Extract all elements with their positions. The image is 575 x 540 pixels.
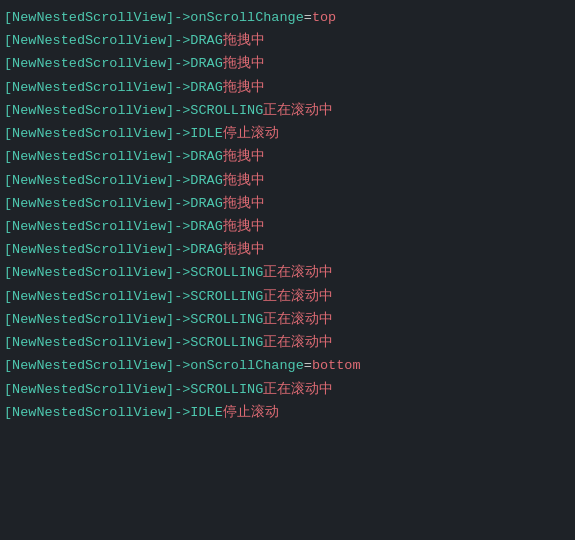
log-prefix: [NewNestedScrollView] — [4, 331, 174, 354]
log-prefix: [NewNestedScrollView] — [4, 215, 174, 238]
log-prefix: [NewNestedScrollView] — [4, 99, 174, 122]
log-arrow: -> — [174, 215, 190, 238]
log-chinese: 停止滚动 — [223, 401, 279, 424]
log-prefix: [NewNestedScrollView] — [4, 52, 174, 75]
log-prefix: [NewNestedScrollView] — [4, 76, 174, 99]
log-arrow: -> — [174, 261, 190, 284]
log-arrow: -> — [174, 145, 190, 168]
log-method: DRAG — [190, 52, 222, 75]
log-prefix: [NewNestedScrollView] — [4, 29, 174, 52]
log-line: [NewNestedScrollView]->DRAG 拖拽中 — [4, 215, 571, 238]
log-separator: = — [304, 354, 312, 377]
log-method: IDLE — [190, 122, 222, 145]
log-method: SCROLLING — [190, 331, 263, 354]
log-arrow: -> — [174, 122, 190, 145]
log-prefix: [NewNestedScrollView] — [4, 285, 174, 308]
log-chinese: 拖拽中 — [223, 215, 265, 238]
log-method: SCROLLING — [190, 261, 263, 284]
log-prefix: [NewNestedScrollView] — [4, 401, 174, 424]
log-arrow: -> — [174, 238, 190, 261]
log-container: [NewNestedScrollView]->onScrollChange = … — [0, 0, 575, 540]
log-line: [NewNestedScrollView]->DRAG 拖拽中 — [4, 169, 571, 192]
log-prefix: [NewNestedScrollView] — [4, 122, 174, 145]
log-line: [NewNestedScrollView]->IDLE 停止滚动 — [4, 401, 571, 424]
log-chinese: 正在滚动中 — [263, 331, 333, 354]
log-arrow: -> — [174, 29, 190, 52]
log-arrow: -> — [174, 285, 190, 308]
log-arrow: -> — [174, 378, 190, 401]
log-method: DRAG — [190, 169, 222, 192]
log-line: [NewNestedScrollView]->IDLE 停止滚动 — [4, 122, 571, 145]
log-method: DRAG — [190, 215, 222, 238]
log-line: [NewNestedScrollView]->SCROLLING 正在滚动中 — [4, 331, 571, 354]
log-chinese: 拖拽中 — [223, 52, 265, 75]
log-line: [NewNestedScrollView]->SCROLLING 正在滚动中 — [4, 99, 571, 122]
log-line: [NewNestedScrollView]->SCROLLING 正在滚动中 — [4, 285, 571, 308]
log-method: DRAG — [190, 238, 222, 261]
log-method: SCROLLING — [190, 99, 263, 122]
log-prefix: [NewNestedScrollView] — [4, 238, 174, 261]
log-value: bottom — [312, 354, 361, 377]
log-method: DRAG — [190, 145, 222, 168]
log-method: IDLE — [190, 401, 222, 424]
log-chinese: 正在滚动中 — [263, 378, 333, 401]
log-method: DRAG — [190, 29, 222, 52]
log-method: SCROLLING — [190, 378, 263, 401]
log-line: [NewNestedScrollView]->onScrollChange = … — [4, 354, 571, 377]
log-arrow: -> — [174, 6, 190, 29]
log-prefix: [NewNestedScrollView] — [4, 6, 174, 29]
log-chinese: 正在滚动中 — [263, 285, 333, 308]
log-method: onScrollChange — [190, 354, 303, 377]
log-arrow: -> — [174, 192, 190, 215]
log-chinese: 拖拽中 — [223, 192, 265, 215]
log-line: [NewNestedScrollView]->SCROLLING 正在滚动中 — [4, 308, 571, 331]
log-method: DRAG — [190, 76, 222, 99]
log-prefix: [NewNestedScrollView] — [4, 378, 174, 401]
log-line: [NewNestedScrollView]->DRAG 拖拽中 — [4, 145, 571, 168]
log-chinese: 拖拽中 — [223, 145, 265, 168]
log-chinese: 正在滚动中 — [263, 308, 333, 331]
log-line: [NewNestedScrollView]->SCROLLING 正在滚动中 — [4, 378, 571, 401]
log-chinese: 拖拽中 — [223, 29, 265, 52]
log-chinese: 正在滚动中 — [263, 261, 333, 284]
log-chinese: 停止滚动 — [223, 122, 279, 145]
log-method: onScrollChange — [190, 6, 303, 29]
log-arrow: -> — [174, 169, 190, 192]
log-arrow: -> — [174, 401, 190, 424]
log-arrow: -> — [174, 52, 190, 75]
log-prefix: [NewNestedScrollView] — [4, 261, 174, 284]
log-line: [NewNestedScrollView]->DRAG 拖拽中 — [4, 29, 571, 52]
log-prefix: [NewNestedScrollView] — [4, 192, 174, 215]
log-arrow: -> — [174, 99, 190, 122]
log-line: [NewNestedScrollView]->DRAG 拖拽中 — [4, 76, 571, 99]
log-chinese: 拖拽中 — [223, 238, 265, 261]
log-line: [NewNestedScrollView]->DRAG 拖拽中 — [4, 238, 571, 261]
log-method: SCROLLING — [190, 285, 263, 308]
log-line: [NewNestedScrollView]->onScrollChange = … — [4, 6, 571, 29]
log-arrow: -> — [174, 331, 190, 354]
log-arrow: -> — [174, 354, 190, 377]
log-prefix: [NewNestedScrollView] — [4, 308, 174, 331]
log-method: SCROLLING — [190, 308, 263, 331]
log-chinese: 拖拽中 — [223, 169, 265, 192]
log-prefix: [NewNestedScrollView] — [4, 354, 174, 377]
log-arrow: -> — [174, 308, 190, 331]
log-chinese: 正在滚动中 — [263, 99, 333, 122]
log-line: [NewNestedScrollView]->DRAG 拖拽中 — [4, 52, 571, 75]
log-prefix: [NewNestedScrollView] — [4, 169, 174, 192]
log-chinese: 拖拽中 — [223, 76, 265, 99]
log-arrow: -> — [174, 76, 190, 99]
log-line: [NewNestedScrollView]->DRAG 拖拽中 — [4, 192, 571, 215]
log-prefix: [NewNestedScrollView] — [4, 145, 174, 168]
log-value: top — [312, 6, 336, 29]
log-separator: = — [304, 6, 312, 29]
log-line: [NewNestedScrollView]->SCROLLING 正在滚动中 — [4, 261, 571, 284]
log-method: DRAG — [190, 192, 222, 215]
